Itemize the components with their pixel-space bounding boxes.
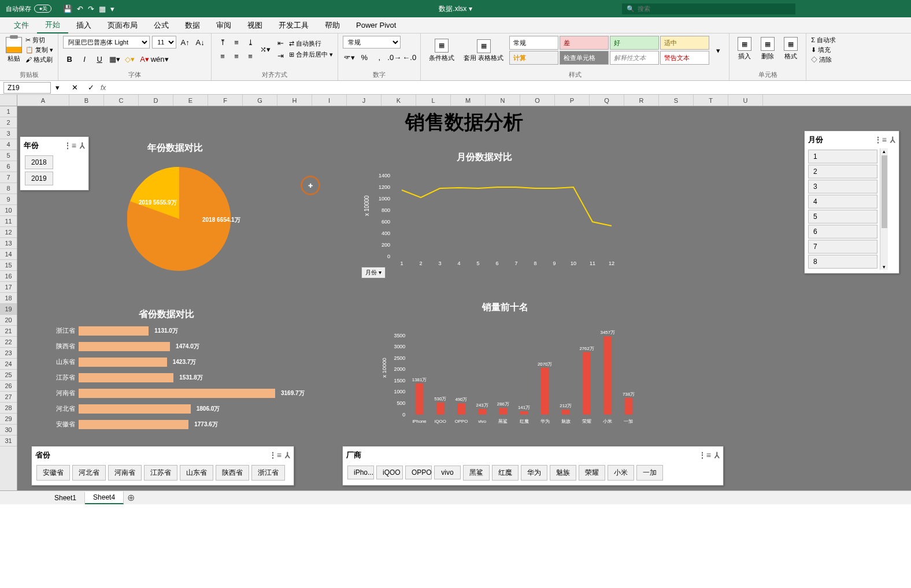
multiselect-icon[interactable]: ⋮≡ (269, 451, 282, 460)
paste-button[interactable]: 粘贴 (5, 36, 23, 64)
slicer-item[interactable]: vivo (434, 466, 461, 479)
tab-insert[interactable]: 插入 (68, 17, 99, 34)
tab-view[interactable]: 视图 (239, 17, 271, 34)
tab-powerpivot[interactable]: Power Pivot (348, 17, 404, 34)
slicer-item[interactable]: iPho... (347, 466, 374, 479)
format-cells-button[interactable]: ▦格式 (780, 36, 801, 62)
row-header[interactable]: 16 (0, 271, 17, 282)
font-name-combo[interactable]: 阿里巴巴普惠体 Light (63, 36, 150, 49)
auto-save-toggle[interactable]: 自动保存 ● 关 (0, 5, 57, 13)
sheet-tab[interactable]: Sheet1 (46, 492, 85, 504)
percent-icon[interactable]: % (358, 51, 371, 64)
delete-cells-button[interactable]: ▦删除 (757, 36, 778, 62)
row-header[interactable]: 9 (0, 194, 17, 205)
slicer-item[interactable]: 华为 (521, 465, 547, 481)
col-header[interactable]: M (451, 95, 486, 106)
fx-icon[interactable]: fx (101, 84, 106, 92)
style-bad[interactable]: 差 (560, 36, 609, 50)
row-header[interactable]: 26 (0, 381, 17, 392)
inc-decimal-icon[interactable]: .0→ (388, 51, 401, 64)
name-box[interactable] (3, 82, 51, 94)
col-header[interactable]: S (659, 95, 694, 106)
cut-button[interactable]: ✂ 剪切 (25, 36, 53, 44)
style-good[interactable]: 好 (610, 36, 659, 50)
row-header[interactable]: 25 (0, 370, 17, 381)
increase-font-icon[interactable]: A↑ (179, 36, 191, 49)
bar-chart-top10[interactable]: x 1000005001000150020002500300035001381万… (382, 320, 642, 436)
slicer-item[interactable]: OPPO (405, 466, 432, 479)
scroll-down-icon[interactable]: ▾ (880, 264, 888, 270)
row-header[interactable]: 23 (0, 348, 17, 359)
slicer-item[interactable]: 2 (808, 165, 877, 178)
col-header[interactable]: L (416, 95, 451, 106)
tab-page-layout[interactable]: 页面布局 (99, 17, 146, 34)
add-sheet-button[interactable]: ⊕ (124, 492, 138, 503)
insert-cells-button[interactable]: ▦插入 (734, 36, 755, 62)
font-size-combo[interactable]: 11 (152, 36, 176, 49)
col-header[interactable]: C (104, 95, 139, 106)
slicer-item[interactable]: 3 (808, 180, 877, 193)
col-header[interactable]: K (382, 95, 416, 106)
align-middle-icon[interactable]: ≡ (230, 36, 243, 49)
style-check[interactable]: 检查单元格 (560, 51, 609, 65)
orientation-icon[interactable]: ⤭▾ (259, 43, 272, 55)
slicer-item[interactable]: 红魔 (492, 465, 519, 481)
indent-inc-icon[interactable]: ⇥ (274, 49, 287, 62)
col-header[interactable]: E (173, 95, 208, 106)
fill-color-button[interactable]: ◇▾ (123, 53, 136, 65)
conditional-format-button[interactable]: ▦ 条件格式 (425, 38, 458, 64)
currency-icon[interactable]: 🖙▾ (343, 51, 355, 64)
tab-home[interactable]: 开始 (37, 17, 68, 34)
col-header[interactable]: Q (590, 95, 624, 106)
multiselect-icon[interactable]: ⋮≡ (698, 451, 711, 460)
row-header[interactable]: 17 (0, 282, 17, 293)
col-header[interactable]: F (208, 95, 243, 106)
search-input[interactable] (638, 5, 717, 12)
slicer-item[interactable]: 山东省 (180, 465, 213, 481)
slicer-item[interactable]: 浙江省 (251, 465, 285, 481)
autosum-button[interactable]: Σ 自动求 (811, 36, 836, 44)
select-all-corner[interactable] (0, 95, 17, 106)
row-header[interactable]: 31 (0, 436, 17, 446)
slicer-item[interactable]: 安徽省 (36, 465, 70, 481)
slicer-item[interactable]: 河南省 (108, 465, 142, 481)
tab-data[interactable]: 数据 (177, 17, 208, 34)
style-explain[interactable]: 解释性文本 (610, 51, 659, 65)
wrap-text-button[interactable]: ⇄ 自动换行 (289, 39, 333, 48)
row-header[interactable]: 4 (0, 139, 17, 150)
row-header[interactable]: 14 (0, 249, 17, 260)
align-bottom-icon[interactable]: ⤓ (244, 36, 257, 49)
col-header[interactable]: D (139, 95, 173, 106)
row-header[interactable]: 28 (0, 403, 17, 414)
col-header[interactable]: O (520, 95, 555, 106)
clear-filter-icon[interactable]: ⅄ (285, 451, 290, 460)
col-header[interactable]: A (17, 95, 69, 106)
col-header[interactable]: H (277, 95, 312, 106)
row-header[interactable]: 20 (0, 315, 17, 326)
slicer-item[interactable]: 7 (808, 240, 877, 254)
fill-button[interactable]: ⬇ 填充 (811, 46, 836, 54)
row-header[interactable]: 1 (0, 106, 17, 117)
border-button[interactable]: ▦▾ (108, 53, 121, 65)
col-header[interactable]: I (312, 95, 347, 106)
slicer-item[interactable]: 2019 (25, 172, 53, 185)
style-calc[interactable]: 计算 (509, 51, 558, 65)
slicer-item[interactable]: 陕西省 (216, 465, 249, 481)
align-left-icon[interactable]: ≡ (216, 50, 229, 62)
slicer-item[interactable]: 小米 (608, 465, 634, 481)
slicer-item[interactable]: 荣耀 (579, 465, 605, 481)
bold-button[interactable]: B (63, 53, 76, 65)
col-header[interactable]: R (624, 95, 659, 106)
scroll-thumb[interactable] (882, 155, 887, 228)
col-header[interactable]: T (694, 95, 728, 106)
slicer-item[interactable]: 1 (808, 150, 877, 163)
slicer-item[interactable]: 江苏省 (144, 465, 177, 481)
copy-button[interactable]: 📋 复制 ▾ (25, 46, 53, 54)
indent-dec-icon[interactable]: ⇤ (274, 36, 287, 49)
style-warn[interactable]: 警告文本 (660, 51, 709, 65)
underline-button[interactable]: U (93, 53, 106, 65)
slicer-year[interactable]: 年份⋮≡⅄ 2018 2019 (20, 136, 89, 191)
tab-formulas[interactable]: 公式 (146, 17, 177, 34)
number-format-combo[interactable]: 常规 (343, 36, 401, 49)
slicer-vendor[interactable]: 厂商⋮≡⅄ iPho...iQOOOPPOvivo黑鲨红魔华为魅族荣耀小米一加 (342, 446, 724, 486)
